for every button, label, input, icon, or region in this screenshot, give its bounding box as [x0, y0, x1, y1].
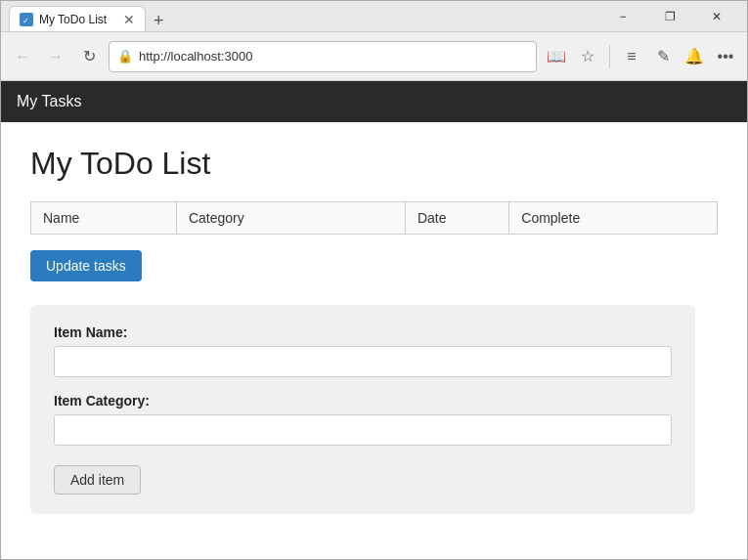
- item-name-group: Item Name:: [54, 324, 672, 377]
- minimize-button[interactable]: −: [600, 1, 645, 32]
- toolbar-icons: 📖 ☆ ≡ ✎ 🔔 •••: [543, 43, 739, 70]
- address-input[interactable]: [139, 49, 528, 64]
- tab-favicon: ✓: [20, 13, 33, 26]
- browser-toolbar: ← → ↻ 🔒 📖 ☆ ≡ ✎ 🔔 •••: [1, 32, 747, 81]
- tab-area: ✓ My ToDo List ✕ +: [9, 1, 593, 31]
- app-nav-title: My Tasks: [17, 93, 81, 110]
- favorites-icon[interactable]: ☆: [574, 43, 601, 70]
- column-category: Category: [176, 202, 405, 235]
- table-header-row: Name Category Date Complete: [31, 202, 718, 235]
- add-item-form: Item Name: Item Category: Add item: [30, 305, 695, 514]
- window-controls: − ❐ ✕: [600, 1, 739, 32]
- item-category-input[interactable]: [54, 414, 672, 446]
- notifications-icon[interactable]: 🔔: [681, 43, 708, 70]
- new-tab-button[interactable]: +: [146, 11, 172, 31]
- restore-button[interactable]: ❐: [647, 1, 692, 32]
- tab-title: My ToDo List: [39, 13, 117, 26]
- item-category-label: Item Category:: [54, 393, 672, 409]
- app-content: My ToDo List Name Category Date Complete…: [1, 122, 747, 559]
- item-category-group: Item Category:: [54, 393, 672, 446]
- title-bar: ✓ My ToDo List ✕ + − ❐ ✕: [1, 1, 747, 32]
- collections-icon[interactable]: ≡: [618, 43, 645, 70]
- toolbar-divider: [609, 45, 610, 68]
- page-title: My ToDo List: [30, 146, 718, 182]
- active-tab[interactable]: ✓ My ToDo List ✕: [9, 6, 146, 31]
- lock-icon: 🔒: [117, 49, 133, 64]
- tab-close-button[interactable]: ✕: [123, 13, 135, 26]
- column-date: Date: [405, 202, 508, 235]
- svg-text:✓: ✓: [22, 17, 29, 24]
- item-name-input[interactable]: [54, 346, 672, 377]
- task-table: Name Category Date Complete: [30, 201, 718, 235]
- column-complete: Complete: [509, 202, 718, 235]
- forward-button[interactable]: →: [42, 43, 69, 70]
- web-capture-icon[interactable]: ✎: [649, 43, 677, 70]
- app-navbar: My Tasks: [1, 81, 747, 122]
- close-button[interactable]: ✕: [694, 1, 739, 32]
- reload-button[interactable]: ↻: [75, 43, 103, 70]
- more-menu-icon[interactable]: •••: [712, 43, 739, 70]
- update-tasks-button[interactable]: Update tasks: [30, 250, 142, 281]
- add-item-button[interactable]: Add item: [54, 465, 141, 495]
- reader-view-icon[interactable]: 📖: [543, 43, 570, 70]
- item-name-label: Item Name:: [54, 324, 672, 340]
- address-bar-container[interactable]: 🔒: [109, 41, 537, 72]
- back-button[interactable]: ←: [9, 43, 36, 70]
- column-name: Name: [31, 202, 177, 235]
